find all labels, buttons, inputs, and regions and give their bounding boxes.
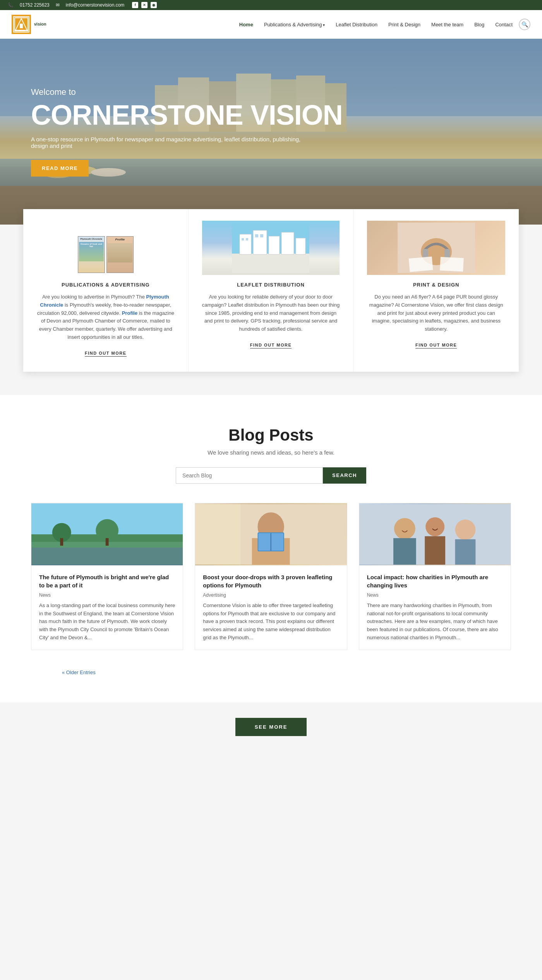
svg-rect-50: [195, 504, 240, 565]
blog-post-3: Local impact: how charities in Plymouth …: [359, 503, 511, 650]
svg-rect-25: [296, 238, 305, 254]
nav-item-leaflet[interactable]: Leaflet Distribution: [331, 19, 382, 31]
blog-post-3-title: Local impact: how charities in Plymouth …: [367, 573, 503, 589]
svg-marker-2: [15, 19, 27, 30]
nav-item-home[interactable]: Home: [235, 19, 258, 31]
svg-rect-32: [423, 249, 428, 257]
svg-rect-43: [31, 547, 183, 565]
card-leaflet-image: [202, 221, 340, 275]
post1-image-svg: [31, 503, 183, 565]
svg-rect-24: [281, 232, 294, 254]
blog-pagination: « Older Entries: [31, 666, 511, 679]
blog-post-2-title: Boost your door-drops with 3 proven leaf…: [203, 573, 339, 589]
nav-item-contact[interactable]: Contact: [491, 19, 517, 31]
blog-post-1-image: [31, 503, 183, 565]
card-print-image: [367, 221, 505, 275]
svg-rect-26: [242, 238, 244, 240]
svg-rect-55: [425, 536, 445, 565]
card-leaflet-link[interactable]: FIND OUT MORE: [250, 343, 292, 348]
blog-post-2-category: Advertising: [203, 592, 339, 598]
card-leaflet: LEAFLET DISTRIBUTION Are you looking for…: [189, 209, 354, 372]
nav-item-team[interactable]: Meet the team: [427, 19, 468, 31]
profile-cover: Profile: [106, 236, 134, 273]
hero-welcome: Welcome to: [31, 87, 343, 97]
profile-image: [108, 243, 132, 263]
svg-point-52: [394, 518, 415, 539]
logo-text: vision: [34, 22, 46, 27]
svg-rect-21: [240, 234, 251, 254]
svg-rect-57: [455, 539, 475, 565]
rss-icon[interactable]: ◉: [151, 2, 157, 8]
svg-rect-28: [255, 234, 258, 237]
profile-title: Profile: [107, 237, 133, 242]
blog-post-3-category: News: [367, 592, 503, 598]
card-publications-link[interactable]: FIND OUT MORE: [85, 351, 127, 357]
svg-point-56: [455, 520, 475, 540]
svg-point-54: [425, 517, 444, 536]
card-publications-text: Are you looking to advertise in Plymouth…: [37, 293, 175, 342]
print-scene-svg: [398, 223, 475, 273]
chronicle-cover: Plymouth Chronicle Oceans of food and fu…: [78, 236, 105, 273]
svg-rect-53: [393, 538, 416, 565]
blog-post-1: The future of Plymouth is bright and we'…: [31, 503, 183, 650]
card-print-title: PRINT & DESIGN: [367, 282, 505, 288]
blog-post-3-content: Local impact: how charities in Plymouth …: [359, 565, 511, 650]
chronicle-image: Oceans of food and fun: [79, 242, 104, 261]
hero-content: Welcome to CORNERSTONE VISION A one-stop…: [0, 64, 374, 200]
blog-post-2-text: Cornerstone Vision is able to offer thre…: [203, 602, 339, 642]
card-publications-title: PUBLICATIONS & ADVERTISING: [37, 282, 175, 288]
blog-posts-grid: The future of Plymouth is bright and we'…: [31, 503, 511, 650]
services-cards: Plymouth Chronicle Oceans of food and fu…: [23, 209, 519, 372]
card-print: PRINT & DESIGN Do you need an A6 flyer? …: [353, 209, 519, 372]
svg-rect-33: [444, 249, 450, 257]
blog-post-1-content: The future of Plymouth is bright and we'…: [31, 565, 183, 650]
blog-post-1-text: As a long-standing part of the local bus…: [39, 602, 175, 642]
blog-post-3-image: [359, 503, 511, 565]
blog-title: Blog Posts: [31, 426, 511, 445]
see-more-button[interactable]: SEE MORE: [235, 718, 307, 736]
logo-svg: [14, 17, 29, 32]
svg-rect-23: [269, 236, 280, 254]
header: vision Home Publications & Advertising L…: [0, 10, 542, 39]
hero-cta-button[interactable]: READ MORE: [31, 160, 89, 177]
svg-rect-22: [253, 230, 267, 254]
card-print-text: Do you need an A6 flyer? A 64 page PUR b…: [367, 293, 505, 333]
post2-image-svg: [195, 503, 346, 565]
hero-subtitle: A one-stop resource in Plymouth for news…: [31, 136, 302, 149]
chronicle-link[interactable]: Plymouth Chronicle: [40, 294, 169, 308]
svg-rect-40: [60, 538, 63, 546]
blog-search-button[interactable]: SEARCH: [323, 467, 366, 484]
svg-rect-34: [408, 256, 433, 272]
see-more-section: SEE MORE: [0, 702, 542, 759]
nav-item-blog[interactable]: Blog: [470, 19, 489, 31]
twitter-icon[interactable]: ✕: [141, 2, 148, 8]
card-print-link[interactable]: FIND OUT MORE: [415, 343, 457, 348]
blog-search-form: SEARCH: [31, 467, 511, 484]
blog-post-2: Boost your door-drops with 3 proven leaf…: [195, 503, 347, 650]
main-nav: Home Publications & Advertising Leaflet …: [235, 19, 530, 31]
email-link[interactable]: info@cornerstonevision.com: [66, 2, 125, 8]
logo[interactable]: vision: [12, 15, 46, 34]
nav-item-print[interactable]: Print & Design: [384, 19, 425, 31]
older-entries-link[interactable]: « Older Entries: [62, 669, 96, 675]
hero-section: Welcome to CORNERSTONE VISION A one-stop…: [0, 39, 542, 225]
hero-title: CORNERSTONE VISION: [31, 101, 343, 129]
card-publications: Plymouth Chronicle Oceans of food and fu…: [23, 209, 189, 372]
blog-post-2-content: Boost your door-drops with 3 proven leaf…: [195, 565, 346, 650]
blog-search-input[interactable]: [176, 467, 323, 484]
svg-rect-20: [232, 254, 309, 273]
card-leaflet-text: Are you looking for reliable delivery of…: [202, 293, 340, 333]
email-icon: ✉: [56, 2, 60, 8]
social-links: f ✕ ◉: [132, 2, 157, 8]
top-bar: 📞 01752 225623 ✉ info@cornerstonevision.…: [0, 0, 542, 10]
svg-rect-1: [15, 18, 28, 31]
svg-rect-42: [106, 538, 109, 546]
nav-search-button[interactable]: 🔍: [519, 19, 530, 30]
blog-subtitle: We love sharing news and ideas, so here'…: [31, 449, 511, 456]
nav-item-publications[interactable]: Publications & Advertising: [259, 19, 329, 31]
blog-post-2-image: [195, 503, 346, 565]
leaflet-scene-svg: [232, 223, 309, 273]
facebook-icon[interactable]: f: [132, 2, 138, 8]
profile-link[interactable]: Profile: [122, 310, 137, 316]
svg-rect-3: [20, 24, 23, 28]
